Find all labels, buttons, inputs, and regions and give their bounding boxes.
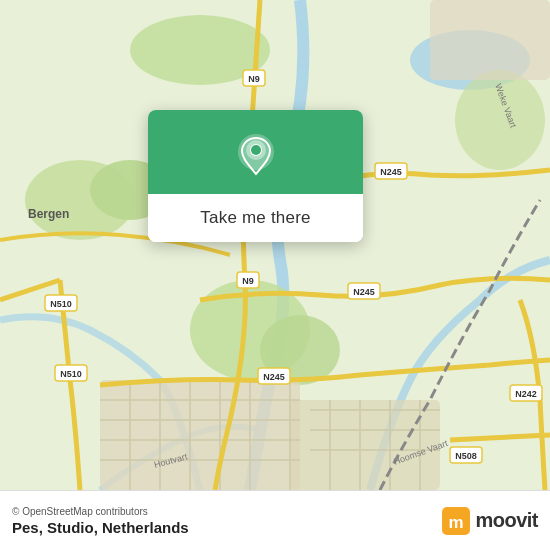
svg-text:Bergen: Bergen <box>28 207 69 221</box>
svg-rect-9 <box>290 400 440 490</box>
moovit-brand-icon: m <box>442 507 470 535</box>
svg-text:N245: N245 <box>380 167 402 177</box>
footer-left: © OpenStreetMap contributors Pes, Studio… <box>12 506 189 536</box>
map-background: N9 N9 N245 N245 N245 N510 N510 N508 N242… <box>0 0 550 490</box>
svg-text:N245: N245 <box>353 287 375 297</box>
svg-point-53 <box>251 145 261 155</box>
map-container: N9 N9 N245 N245 N245 N510 N510 N508 N242… <box>0 0 550 490</box>
location-title: Pes, Studio, Netherlands <box>12 519 189 536</box>
attribution-text: © OpenStreetMap contributors <box>12 506 189 517</box>
moovit-logo: m moovit <box>442 507 538 535</box>
svg-text:m: m <box>449 513 464 532</box>
moovit-brand-text: moovit <box>475 509 538 532</box>
popup-green-header <box>148 110 363 194</box>
svg-rect-10 <box>430 0 550 80</box>
svg-text:N510: N510 <box>50 299 72 309</box>
svg-text:N242: N242 <box>515 389 537 399</box>
svg-text:N9: N9 <box>248 74 260 84</box>
svg-text:N245: N245 <box>263 372 285 382</box>
footer-bar: © OpenStreetMap contributors Pes, Studio… <box>0 490 550 550</box>
location-pin-icon <box>234 132 278 176</box>
take-me-there-button[interactable]: Take me there <box>148 194 363 242</box>
svg-text:N9: N9 <box>242 276 254 286</box>
svg-text:N508: N508 <box>455 451 477 461</box>
svg-text:N510: N510 <box>60 369 82 379</box>
popup-card: Take me there <box>148 110 363 242</box>
